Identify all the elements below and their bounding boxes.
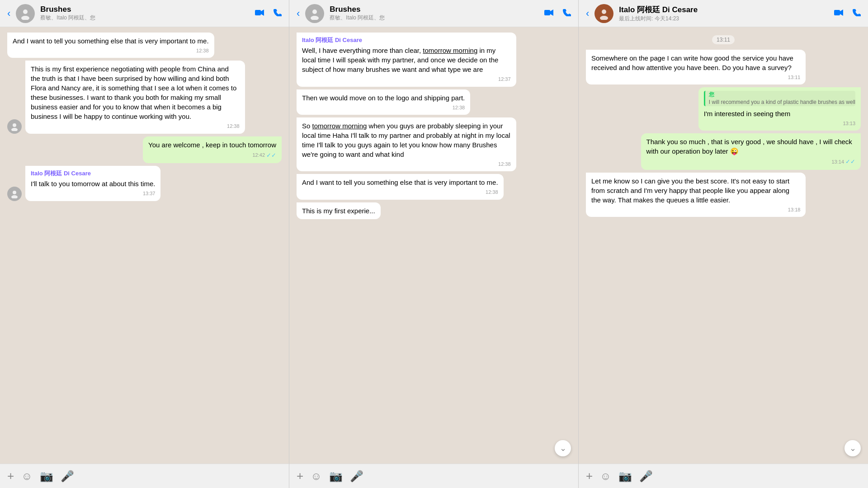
message-text: You are welcome , keep in touch tomorrow bbox=[148, 140, 276, 150]
mic-button-2[interactable]: 🎤 bbox=[350, 470, 363, 483]
camera-button-3[interactable]: 📷 bbox=[618, 470, 632, 483]
back-button-3[interactable]: ‹ bbox=[586, 8, 589, 19]
time-divider: 13:11 bbox=[712, 35, 735, 44]
header-icons-2 bbox=[544, 8, 571, 19]
camera-button[interactable]: 📷 bbox=[40, 470, 53, 483]
group-avatar-1 bbox=[16, 4, 35, 23]
group-avatar-2 bbox=[305, 4, 324, 23]
svg-rect-14 bbox=[834, 10, 840, 15]
video-icon-3[interactable] bbox=[834, 8, 844, 19]
emoji-button[interactable]: ☺ bbox=[21, 470, 33, 483]
message-time: 12:38 bbox=[302, 189, 498, 196]
svg-rect-10 bbox=[544, 10, 550, 15]
scroll-down-button[interactable]: ⌄ bbox=[555, 440, 571, 456]
message-bubble: So tomorrow morning when you guys are pr… bbox=[297, 117, 516, 171]
message-time: 13:14 ✓✓ bbox=[646, 158, 855, 166]
quoted-message: 您 I will recommend you a kind of plastic… bbox=[704, 91, 855, 106]
mic-button[interactable]: 🎤 bbox=[61, 470, 74, 483]
svg-marker-3 bbox=[261, 9, 264, 16]
header-title-2: Brushes bbox=[330, 5, 538, 14]
message-time: 12:42 ✓✓ bbox=[148, 151, 276, 160]
messages-area-2: Italo 阿根廷 Di Cesare Well, I have everyth… bbox=[289, 27, 578, 464]
back-button-1[interactable]: ‹ bbox=[7, 8, 10, 19]
attach-button-3[interactable]: + bbox=[586, 469, 593, 483]
table-row: So tomorrow morning when you guys are pr… bbox=[297, 117, 571, 171]
quoted-text: I will recommend you a kind of plastic h… bbox=[709, 99, 855, 106]
emoji-button-3[interactable]: ☺ bbox=[600, 470, 611, 483]
message-text: And I want to tell you something else th… bbox=[302, 178, 498, 187]
svg-marker-11 bbox=[550, 9, 553, 16]
message-bubble: And I want to tell you something else th… bbox=[7, 33, 214, 58]
header-icons-1 bbox=[255, 8, 282, 19]
message-text: Let me know so I can give you the best s… bbox=[591, 176, 800, 205]
bottom-bar-2: + ☺ 📷 🎤 bbox=[289, 464, 578, 488]
table-row: And I want to tell you something else th… bbox=[7, 33, 282, 58]
svg-marker-15 bbox=[840, 9, 843, 16]
svg-rect-2 bbox=[255, 10, 261, 15]
message-time: 12:38 bbox=[302, 161, 511, 168]
table-row: Italo 阿根廷 Di Cesare Well, I have everyth… bbox=[297, 33, 571, 87]
bottom-bar-1: + ☺ 📷 🎤 bbox=[0, 464, 289, 488]
message-text: Then we would move on to the logo and sh… bbox=[302, 93, 465, 103]
table-row: Let me know so I can give you the best s… bbox=[586, 173, 861, 217]
sender-name: Italo 阿根廷 Di Cesare bbox=[302, 36, 511, 44]
svg-point-13 bbox=[600, 16, 608, 20]
message-text: This is my first experience negotiating … bbox=[31, 64, 240, 121]
header-subtitle-3: 最后上线时间: 今天14:23 bbox=[619, 15, 828, 23]
table-row: This is my first experience negotiating … bbox=[7, 61, 282, 133]
message-text: This is my first experie... bbox=[302, 206, 375, 216]
table-row: Thank you so much , that is very good , … bbox=[586, 133, 861, 169]
message-time: 12:38 bbox=[31, 123, 240, 130]
chat-panel-2: ‹ Brushes 蔡敏、Italo 阿根廷、您 Italo 阿根廷 Di Ce… bbox=[289, 0, 579, 488]
back-button-2[interactable]: ‹ bbox=[297, 8, 300, 19]
attach-button[interactable]: + bbox=[7, 469, 14, 483]
message-time: 13:18 bbox=[591, 206, 800, 213]
table-row: Then we would move on to the logo and sh… bbox=[297, 89, 571, 115]
message-text: Thank you so much , that is very good , … bbox=[646, 137, 855, 156]
bottom-bar-3: + ☺ 📷 🎤 bbox=[579, 464, 868, 488]
message-time: 12:38 bbox=[302, 104, 465, 111]
quoted-sender: 您 bbox=[709, 91, 855, 99]
attach-button-2[interactable]: + bbox=[297, 469, 303, 483]
camera-button-2[interactable]: 📷 bbox=[329, 470, 343, 483]
message-bubble: Italo 阿根廷 Di Cesare Well, I have everyth… bbox=[297, 33, 516, 87]
header-title-3: Italo 阿根廷 Di Cesare bbox=[619, 5, 828, 15]
table-row: Italo 阿根廷 Di Cesare I'll talk to you tom… bbox=[7, 166, 282, 201]
emoji-button-2[interactable]: ☺ bbox=[311, 470, 322, 483]
message-bubble: This is my first experience negotiating … bbox=[25, 61, 245, 133]
message-time: 12:37 bbox=[302, 76, 511, 83]
svg-point-12 bbox=[602, 9, 606, 14]
checkmarks: ✓✓ bbox=[845, 158, 855, 166]
phone-icon-3[interactable] bbox=[853, 8, 861, 19]
header-icons-3 bbox=[834, 8, 861, 19]
header-subtitle-2: 蔡敏、Italo 阿根廷、您 bbox=[330, 14, 538, 22]
scroll-down-button-3[interactable]: ⌄ bbox=[844, 440, 861, 456]
header-subtitle-1: 蔡敏、Italo 阿根廷、您 bbox=[40, 14, 249, 22]
header-info-1: Brushes 蔡敏、Italo 阿根廷、您 bbox=[40, 5, 249, 22]
message-text: So tomorrow morning when you guys are pr… bbox=[302, 121, 511, 159]
header-title-1: Brushes bbox=[40, 5, 249, 14]
message-time: 13:37 bbox=[31, 190, 155, 197]
svg-point-4 bbox=[13, 123, 16, 127]
message-bubble: Italo 阿根廷 Di Cesare I'll talk to you tom… bbox=[25, 166, 160, 201]
video-icon-2[interactable] bbox=[544, 8, 554, 19]
message-bubble: Let me know so I can give you the best s… bbox=[586, 173, 806, 217]
video-icon-1[interactable] bbox=[255, 8, 264, 19]
message-time: 13:11 bbox=[591, 74, 800, 81]
message-bubble: You are welcome , keep in touch tomorrow… bbox=[143, 136, 282, 163]
messages-area-1: And I want to tell you something else th… bbox=[0, 27, 289, 464]
message-bubble: Somewhere on the page I can write how go… bbox=[586, 50, 806, 84]
mic-button-3[interactable]: 🎤 bbox=[639, 470, 653, 483]
svg-point-1 bbox=[21, 16, 29, 20]
chat-header-3: ‹ Italo 阿根廷 Di Cesare 最后上线时间: 今天14:23 bbox=[579, 0, 868, 27]
table-row: This is my first experie... bbox=[297, 202, 571, 219]
checkmarks: ✓✓ bbox=[266, 151, 276, 160]
message-bubble: This is my first experie... bbox=[297, 202, 381, 219]
svg-point-7 bbox=[11, 195, 18, 198]
message-bubble: Then we would move on to the logo and sh… bbox=[297, 89, 470, 115]
svg-point-5 bbox=[11, 128, 18, 131]
phone-icon-2[interactable] bbox=[563, 8, 571, 19]
avatar bbox=[7, 119, 22, 134]
phone-icon-1[interactable] bbox=[274, 8, 282, 19]
message-text: I'm interested in seeing them bbox=[704, 109, 855, 118]
